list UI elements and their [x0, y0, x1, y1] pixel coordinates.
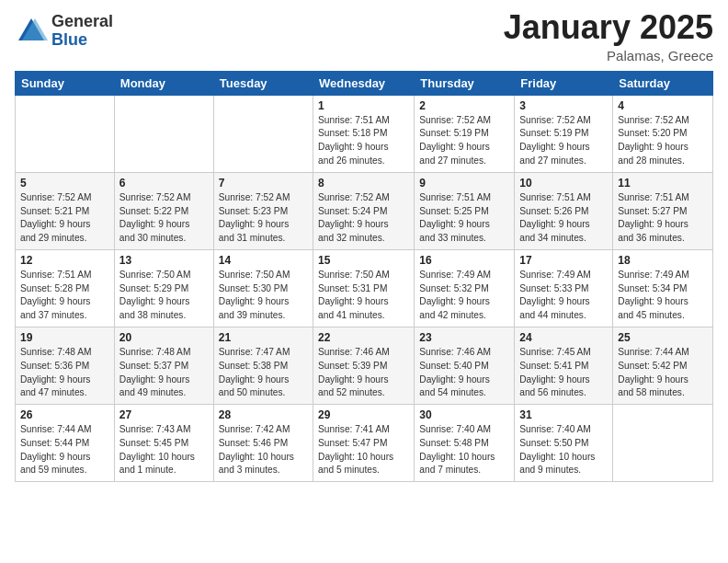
- day-info: Sunrise: 7:40 AM Sunset: 5:50 PM Dayligh…: [519, 423, 608, 477]
- day-cell-3-1: 20Sunrise: 7:48 AM Sunset: 5:37 PM Dayli…: [114, 327, 213, 404]
- day-info: Sunrise: 7:51 AM Sunset: 5:27 PM Dayligh…: [618, 191, 708, 246]
- day-info: Sunrise: 7:44 AM Sunset: 5:44 PM Dayligh…: [20, 423, 109, 477]
- day-number: 26: [20, 408, 109, 421]
- day-number: 11: [618, 177, 708, 190]
- title-block: January 2025 Palamas, Greece: [504, 9, 713, 63]
- day-info: Sunrise: 7:43 AM Sunset: 5:45 PM Dayligh…: [119, 423, 209, 477]
- day-number: 3: [519, 99, 608, 112]
- header-monday: Monday: [114, 71, 213, 95]
- day-info: Sunrise: 7:51 AM Sunset: 5:25 PM Dayligh…: [419, 191, 509, 246]
- day-info: Sunrise: 7:46 AM Sunset: 5:40 PM Dayligh…: [419, 346, 509, 400]
- day-info: Sunrise: 7:49 AM Sunset: 5:32 PM Dayligh…: [419, 269, 509, 323]
- day-cell-2-0: 12Sunrise: 7:51 AM Sunset: 5:28 PM Dayli…: [16, 249, 115, 327]
- day-cell-3-5: 24Sunrise: 7:45 AM Sunset: 5:41 PM Dayli…: [515, 327, 613, 404]
- week-row-3: 12Sunrise: 7:51 AM Sunset: 5:28 PM Dayli…: [16, 249, 713, 327]
- day-info: Sunrise: 7:48 AM Sunset: 5:37 PM Dayligh…: [119, 346, 209, 400]
- day-cell-1-4: 9Sunrise: 7:51 AM Sunset: 5:25 PM Daylig…: [415, 172, 515, 249]
- day-number: 15: [318, 254, 409, 267]
- day-cell-3-0: 19Sunrise: 7:48 AM Sunset: 5:36 PM Dayli…: [16, 327, 115, 404]
- day-number: 16: [419, 254, 509, 267]
- day-number: 25: [618, 331, 708, 344]
- day-info: Sunrise: 7:51 AM Sunset: 5:28 PM Dayligh…: [20, 269, 109, 323]
- day-cell-2-5: 17Sunrise: 7:49 AM Sunset: 5:33 PM Dayli…: [515, 249, 613, 327]
- day-cell-1-5: 10Sunrise: 7:51 AM Sunset: 5:26 PM Dayli…: [515, 172, 613, 249]
- day-cell-4-2: 28Sunrise: 7:42 AM Sunset: 5:46 PM Dayli…: [213, 405, 313, 482]
- day-cell-0-3: 1Sunrise: 7:51 AM Sunset: 5:18 PM Daylig…: [313, 95, 415, 172]
- day-info: Sunrise: 7:46 AM Sunset: 5:39 PM Dayligh…: [318, 346, 409, 400]
- day-number: 23: [419, 331, 509, 344]
- day-number: 6: [119, 177, 209, 190]
- day-info: Sunrise: 7:52 AM Sunset: 5:20 PM Dayligh…: [618, 114, 708, 168]
- day-cell-2-6: 18Sunrise: 7:49 AM Sunset: 5:34 PM Dayli…: [613, 249, 713, 327]
- day-cell-4-3: 29Sunrise: 7:41 AM Sunset: 5:47 PM Dayli…: [313, 405, 415, 482]
- day-info: Sunrise: 7:52 AM Sunset: 5:22 PM Dayligh…: [119, 191, 209, 246]
- day-number: 10: [519, 177, 608, 190]
- day-number: 24: [519, 331, 608, 344]
- header-sunday: Sunday: [16, 71, 115, 95]
- calendar-table: Sunday Monday Tuesday Wednesday Thursday…: [15, 71, 713, 483]
- day-cell-3-3: 22Sunrise: 7:46 AM Sunset: 5:39 PM Dayli…: [313, 327, 415, 404]
- logo: General Blue: [15, 13, 113, 50]
- day-number: 17: [519, 254, 608, 267]
- day-info: Sunrise: 7:50 AM Sunset: 5:31 PM Dayligh…: [318, 269, 409, 323]
- day-info: Sunrise: 7:52 AM Sunset: 5:21 PM Dayligh…: [20, 191, 109, 246]
- header-friday: Friday: [515, 71, 613, 95]
- day-cell-3-2: 21Sunrise: 7:47 AM Sunset: 5:38 PM Dayli…: [213, 327, 313, 404]
- day-cell-4-1: 27Sunrise: 7:43 AM Sunset: 5:45 PM Dayli…: [114, 405, 213, 482]
- day-number: 9: [419, 177, 509, 190]
- day-number: 30: [419, 408, 509, 421]
- day-info: Sunrise: 7:47 AM Sunset: 5:38 PM Dayligh…: [219, 346, 308, 400]
- logo-blue-text: Blue: [51, 31, 113, 50]
- day-number: 12: [20, 254, 109, 267]
- day-cell-2-1: 13Sunrise: 7:50 AM Sunset: 5:29 PM Dayli…: [114, 249, 213, 327]
- day-info: Sunrise: 7:50 AM Sunset: 5:29 PM Dayligh…: [119, 269, 209, 323]
- header-thursday: Thursday: [415, 71, 515, 95]
- day-cell-2-4: 16Sunrise: 7:49 AM Sunset: 5:32 PM Dayli…: [415, 249, 515, 327]
- day-number: 27: [119, 408, 209, 421]
- day-number: 4: [618, 99, 708, 112]
- day-info: Sunrise: 7:40 AM Sunset: 5:48 PM Dayligh…: [419, 423, 509, 477]
- day-cell-0-6: 4Sunrise: 7:52 AM Sunset: 5:20 PM Daylig…: [613, 95, 713, 172]
- day-info: Sunrise: 7:50 AM Sunset: 5:30 PM Dayligh…: [219, 269, 308, 323]
- day-cell-3-6: 25Sunrise: 7:44 AM Sunset: 5:42 PM Dayli…: [613, 327, 713, 404]
- header-saturday: Saturday: [613, 71, 713, 95]
- day-cell-1-6: 11Sunrise: 7:51 AM Sunset: 5:27 PM Dayli…: [613, 172, 713, 249]
- header-wednesday: Wednesday: [313, 71, 415, 95]
- day-info: Sunrise: 7:52 AM Sunset: 5:24 PM Dayligh…: [318, 191, 409, 246]
- day-cell-2-2: 14Sunrise: 7:50 AM Sunset: 5:30 PM Dayli…: [213, 249, 313, 327]
- header: General Blue January 2025 Palamas, Greec…: [15, 9, 713, 63]
- day-info: Sunrise: 7:48 AM Sunset: 5:36 PM Dayligh…: [20, 346, 109, 400]
- day-cell-0-5: 3Sunrise: 7:52 AM Sunset: 5:19 PM Daylig…: [515, 95, 613, 172]
- day-info: Sunrise: 7:44 AM Sunset: 5:42 PM Dayligh…: [618, 346, 708, 400]
- day-cell-2-3: 15Sunrise: 7:50 AM Sunset: 5:31 PM Dayli…: [313, 249, 415, 327]
- day-info: Sunrise: 7:42 AM Sunset: 5:46 PM Dayligh…: [219, 423, 308, 477]
- day-info: Sunrise: 7:51 AM Sunset: 5:26 PM Dayligh…: [519, 191, 608, 246]
- day-cell-0-2: [213, 95, 313, 172]
- day-info: Sunrise: 7:51 AM Sunset: 5:18 PM Dayligh…: [318, 114, 409, 168]
- day-info: Sunrise: 7:52 AM Sunset: 5:19 PM Dayligh…: [519, 114, 608, 168]
- page: General Blue January 2025 Palamas, Greec…: [0, 0, 728, 497]
- day-cell-3-4: 23Sunrise: 7:46 AM Sunset: 5:40 PM Dayli…: [415, 327, 515, 404]
- day-cell-4-4: 30Sunrise: 7:40 AM Sunset: 5:48 PM Dayli…: [415, 405, 515, 482]
- day-number: 1: [318, 99, 409, 112]
- day-cell-0-1: [114, 95, 213, 172]
- week-row-5: 26Sunrise: 7:44 AM Sunset: 5:44 PM Dayli…: [16, 405, 713, 482]
- day-number: 20: [119, 331, 209, 344]
- day-info: Sunrise: 7:49 AM Sunset: 5:34 PM Dayligh…: [618, 269, 708, 323]
- day-info: Sunrise: 7:52 AM Sunset: 5:23 PM Dayligh…: [219, 191, 308, 246]
- week-row-1: 1Sunrise: 7:51 AM Sunset: 5:18 PM Daylig…: [16, 95, 713, 172]
- day-number: 22: [318, 331, 409, 344]
- day-number: 31: [519, 408, 608, 421]
- day-info: Sunrise: 7:45 AM Sunset: 5:41 PM Dayligh…: [519, 346, 608, 400]
- day-cell-1-0: 5Sunrise: 7:52 AM Sunset: 5:21 PM Daylig…: [16, 172, 115, 249]
- day-cell-1-1: 6Sunrise: 7:52 AM Sunset: 5:22 PM Daylig…: [114, 172, 213, 249]
- day-cell-0-4: 2Sunrise: 7:52 AM Sunset: 5:19 PM Daylig…: [415, 95, 515, 172]
- location: Palamas, Greece: [504, 48, 713, 63]
- logo-general-text: General: [51, 13, 113, 31]
- day-number: 7: [219, 177, 308, 190]
- header-tuesday: Tuesday: [213, 71, 313, 95]
- day-cell-4-0: 26Sunrise: 7:44 AM Sunset: 5:44 PM Dayli…: [16, 405, 115, 482]
- day-number: 14: [219, 254, 308, 267]
- day-info: Sunrise: 7:41 AM Sunset: 5:47 PM Dayligh…: [318, 423, 409, 477]
- day-number: 19: [20, 331, 109, 344]
